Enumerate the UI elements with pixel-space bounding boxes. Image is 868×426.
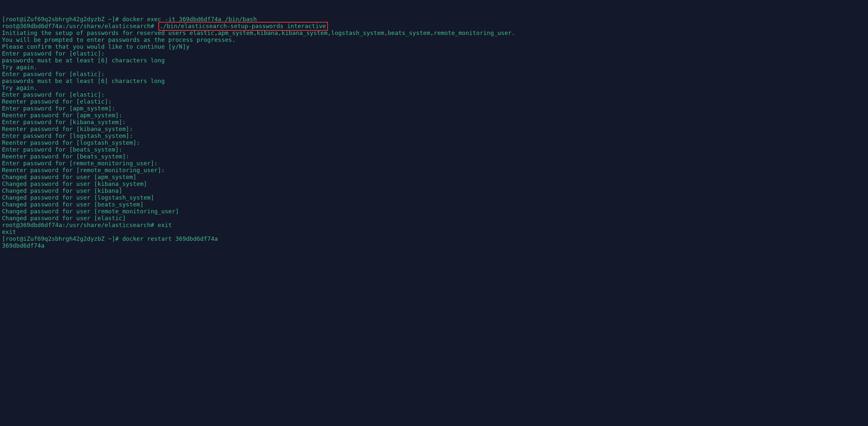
- terminal-text: Reenter password for [remote_monitoring_…: [2, 166, 165, 174]
- terminal-line: exit: [2, 229, 866, 235]
- terminal-line: Changed password for user [logstash_syst…: [2, 194, 866, 201]
- terminal-line: Initiating the setup of passwords for re…: [2, 29, 866, 36]
- terminal-text: Reenter password for [apm_system]:: [2, 112, 122, 119]
- terminal-line: Enter password for [elastic]:: [2, 70, 866, 78]
- terminal-text: Changed password for user [remote_monito…: [2, 208, 179, 215]
- terminal-line: Enter password for [logstash_system]:: [2, 132, 866, 139]
- terminal-line: passwords must be at least [6] character…: [2, 57, 866, 64]
- terminal-text: [root@iZuf69q2sbhrgh42g2dyzbZ ~]# docker…: [2, 16, 257, 23]
- terminal-text: passwords must be at least [6] character…: [2, 57, 165, 64]
- terminal-line: Enter password for [elastic]:: [2, 50, 866, 57]
- terminal-line: Reenter password for [remote_monitoring_…: [2, 166, 866, 174]
- terminal-line: You will be prompted to enter passwords …: [2, 36, 866, 43]
- terminal-text: Reenter password for [elastic]:: [2, 98, 112, 105]
- terminal-text: You will be prompted to enter passwords …: [2, 36, 236, 43]
- terminal-text: Enter password for [remote_monitoring_us…: [2, 160, 158, 166]
- terminal-text: exit: [2, 229, 16, 235]
- terminal-line: root@369dbd6df74a:/usr/share/elasticsear…: [2, 23, 866, 29]
- terminal-text: Changed password for user [elastic]: [2, 215, 126, 221]
- terminal-text: Enter password for [beats_system]:: [2, 146, 122, 153]
- terminal-line: Enter password for [remote_monitoring_us…: [2, 160, 866, 166]
- terminal-text: Reenter password for [kibana_system]:: [2, 125, 133, 132]
- terminal-line: Try again.: [2, 64, 866, 70]
- terminal-text: Changed password for user [apm_system]: [2, 174, 136, 180]
- terminal-line: Changed password for user [elastic]: [2, 215, 866, 221]
- terminal-line: Changed password for user [kibana]: [2, 187, 866, 194]
- terminal-line: Changed password for user [remote_monito…: [2, 208, 866, 215]
- terminal-line: Reenter password for [elastic]:: [2, 98, 866, 105]
- terminal-text: Changed password for user [beats_system]: [2, 201, 143, 208]
- terminal-line: Enter password for [kibana_system]:: [2, 119, 866, 125]
- terminal-line: Changed password for user [kibana_system…: [2, 180, 866, 187]
- terminal-text: passwords must be at least [6] character…: [2, 78, 165, 84]
- terminal-line: Changed password for user [beats_system]: [2, 201, 866, 208]
- terminal-line: Try again.: [2, 84, 866, 91]
- terminal-line: Reenter password for [kibana_system]:: [2, 125, 866, 132]
- terminal-line: Please confirm that you would like to co…: [2, 43, 866, 50]
- terminal-text: Reenter password for [beats_system]:: [2, 153, 129, 160]
- terminal-text: 369dbd6df74a: [2, 242, 44, 249]
- terminal-text: Try again.: [2, 64, 37, 70]
- terminal-line: [root@iZuf69q2sbhrgh42g2dyzbZ ~]# docker…: [2, 16, 866, 23]
- terminal-line: Enter password for [elastic]:: [2, 91, 866, 98]
- terminal-line: Enter password for [beats_system]:: [2, 146, 866, 153]
- terminal-text: Reenter password for [logstash_system]:: [2, 139, 140, 146]
- terminal-text: Enter password for [apm_system]:: [2, 105, 115, 112]
- terminal-text: root@369dbd6df74a:/usr/share/elasticsear…: [2, 221, 172, 229]
- terminal-line: Reenter password for [beats_system]:: [2, 153, 866, 160]
- terminal-line: Reenter password for [apm_system]:: [2, 112, 866, 119]
- terminal-text: Enter password for [kibana_system]:: [2, 119, 126, 125]
- terminal-line: passwords must be at least [6] character…: [2, 78, 866, 84]
- terminal-text: Enter password for [elastic]:: [2, 50, 104, 57]
- terminal-text: Enter password for [elastic]:: [2, 91, 104, 98]
- terminal-text: Enter password for [elastic]:: [2, 70, 104, 78]
- terminal-line: Reenter password for [logstash_system]:: [2, 139, 866, 146]
- terminal-text: Changed password for user [kibana]: [2, 187, 122, 194]
- terminal-text: Enter password for [logstash_system]:: [2, 132, 133, 139]
- terminal-line: [root@iZuf69q2sbhrgh42g2dyzbZ ~]# docker…: [2, 235, 866, 242]
- terminal-line: 369dbd6df74a: [2, 242, 866, 249]
- terminal-text: Initiating the setup of passwords for re…: [2, 29, 515, 36]
- terminal-viewport[interactable]: [root@iZuf69q2sbhrgh42g2dyzbZ ~]# docker…: [0, 0, 868, 251]
- terminal-text: Changed password for user [logstash_syst…: [2, 194, 154, 201]
- terminal-text: Changed password for user [kibana_system…: [2, 180, 147, 187]
- terminal-line: root@369dbd6df74a:/usr/share/elasticsear…: [2, 221, 866, 229]
- terminal-text: root@369dbd6df74a:/usr/share/elasticsear…: [2, 23, 158, 29]
- terminal-text: [root@iZuf69q2sbhrgh42g2dyzbZ ~]# docker…: [2, 235, 218, 242]
- terminal-text: Try again.: [2, 84, 37, 91]
- terminal-line: Changed password for user [apm_system]: [2, 174, 866, 180]
- terminal-text: Please confirm that you would like to co…: [2, 43, 189, 50]
- terminal-line: Enter password for [apm_system]:: [2, 105, 866, 112]
